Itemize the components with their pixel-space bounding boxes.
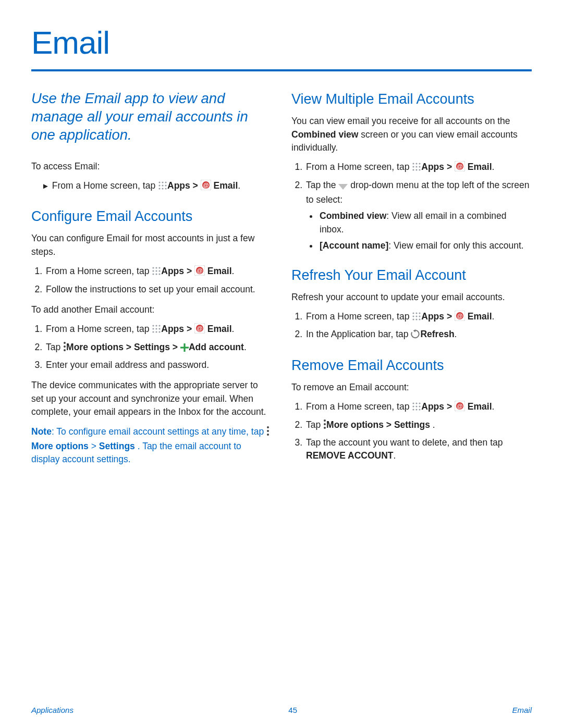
configure-steps: From a Home screen, tap Apps > Email. Fo… <box>31 265 272 296</box>
configure-intro: You can configure Email for most account… <box>31 232 272 258</box>
play-arrow-icon: ► <box>42 181 50 190</box>
apps-grid-icon <box>412 402 421 415</box>
more-options-icon <box>266 426 270 440</box>
email-app-icon <box>201 180 211 194</box>
list-item: [Account name]: View email for only this… <box>319 239 532 252</box>
view-steps: From a Home screen, tap Apps > Email. Ta… <box>291 161 532 252</box>
email-app-icon <box>455 161 465 175</box>
email-app-icon <box>194 265 205 279</box>
footer-right: Email <box>512 706 532 714</box>
content-columns: Use the Email app to view and manage all… <box>31 89 532 473</box>
view-options: Combined view: View all email in a combi… <box>306 209 532 252</box>
apps-grid-icon <box>152 266 161 279</box>
apps-grid-icon <box>158 181 167 194</box>
view-heading: View Multiple Email Accounts <box>291 89 532 109</box>
remove-account-label: REMOVE ACCOUNT <box>306 450 394 461</box>
list-item: Enter your email address and password. <box>45 359 272 372</box>
page-number: 45 <box>288 706 297 714</box>
list-item: From a Home screen, tap Apps > Email. <box>45 323 272 337</box>
intro-text: Use the Email app to view and manage all… <box>31 89 272 144</box>
apps-grid-icon <box>412 162 421 175</box>
list-item: From a Home screen, tap Apps > Email. <box>45 265 272 279</box>
remove-intro: To remove an Email account: <box>291 381 532 394</box>
email-app-icon <box>455 401 465 415</box>
remove-heading: Remove Email Accounts <box>291 355 532 376</box>
list-item: Tap the drop-down menu at the top left o… <box>305 179 532 253</box>
dropdown-icon <box>338 180 348 193</box>
list-item: From a Home screen, tap Apps > Email. <box>305 310 532 325</box>
refresh-icon <box>411 329 420 342</box>
list-item: Tap the account you want to delete, and … <box>305 436 532 463</box>
list-item: From a Home screen, tap Apps > Email. <box>305 161 532 175</box>
apps-grid-icon <box>152 324 161 337</box>
refresh-steps: From a Home screen, tap Apps > Email. In… <box>291 310 532 343</box>
add-label: To add another Email account: <box>31 303 272 316</box>
footer-left: Applications <box>31 706 74 714</box>
right-column: View Multiple Email Accounts You can vie… <box>291 89 532 473</box>
configure-heading: Configure Email Accounts <box>31 206 272 227</box>
remove-steps: From a Home screen, tap Apps > Email. Ta… <box>291 400 532 463</box>
email-app-icon <box>455 311 465 325</box>
refresh-intro: Refresh your account to update your emai… <box>291 291 532 304</box>
email-app-icon <box>194 323 205 337</box>
list-item: In the Application bar, tap Refresh. <box>305 328 532 342</box>
note-text: Note: To configure email account setting… <box>31 425 272 466</box>
list-item: Tap More options > Settings . <box>305 418 532 433</box>
access-step: ► From a Home screen, tap Apps > Email. <box>42 179 272 194</box>
list-item: Tap More options > Settings > Add accoun… <box>45 341 272 355</box>
page-footer: Applications 45 Email <box>31 706 532 714</box>
access-label: To access Email: <box>31 160 272 173</box>
refresh-heading: Refresh Your Email Account <box>291 265 532 286</box>
add-steps: From a Home screen, tap Apps > Email. Ta… <box>31 323 272 372</box>
list-item: Follow the instructions to set up your e… <box>45 283 272 296</box>
left-column: Use the Email app to view and manage all… <box>31 89 272 473</box>
title-rule <box>31 69 532 71</box>
plus-icon <box>180 342 189 355</box>
view-intro: You can view email you receive for all a… <box>291 115 532 154</box>
apps-grid-icon <box>412 312 421 325</box>
configure-outro: The device communicates with the appropr… <box>31 379 272 418</box>
list-item: Combined view: View all email in a combi… <box>319 209 532 236</box>
list-item: From a Home screen, tap Apps > Email. <box>305 400 532 415</box>
page-title: Email <box>31 24 532 61</box>
manual-page: Email Use the Email app to view and mana… <box>0 0 563 728</box>
